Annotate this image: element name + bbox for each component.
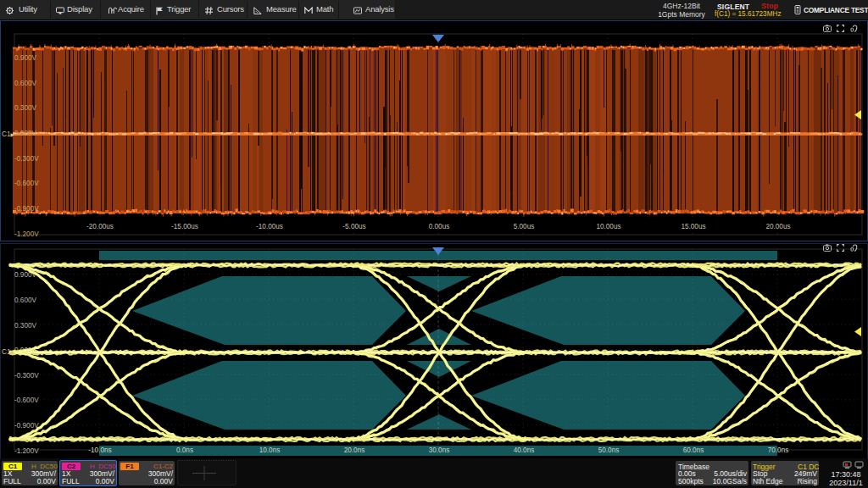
svg-text:-1.200V: -1.200V xyxy=(14,447,39,455)
svg-text:-0.900V: -0.900V xyxy=(14,422,39,430)
svg-text:-0.600V: -0.600V xyxy=(14,396,39,404)
svg-text:0.600V: 0.600V xyxy=(14,297,36,304)
svg-text:0.300V: 0.300V xyxy=(14,322,36,330)
svg-text:-0.300V: -0.300V xyxy=(14,372,39,380)
